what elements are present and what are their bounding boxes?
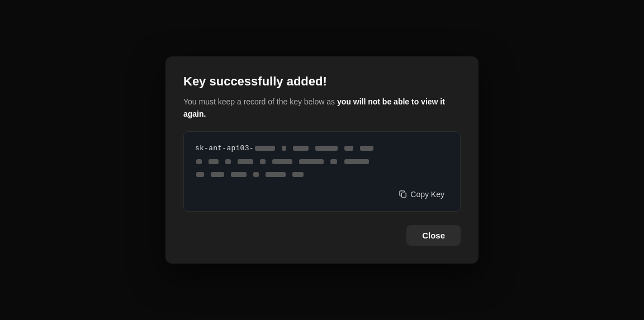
copy-key-button[interactable]: Copy Key <box>395 188 449 201</box>
key-redacted-14 <box>330 159 337 164</box>
key-redacted-4 <box>315 146 338 151</box>
key-redacted-19 <box>253 172 259 177</box>
key-redacted-16 <box>196 172 204 177</box>
svg-rect-0 <box>402 193 406 198</box>
copy-key-label: Copy Key <box>410 190 444 199</box>
key-redacted-20 <box>266 172 286 177</box>
description-text-plain: You must keep a record of the key below … <box>183 97 337 106</box>
key-redacted-9 <box>225 159 231 164</box>
key-redacted-7 <box>196 159 202 164</box>
key-redacted-10 <box>238 159 253 164</box>
copy-icon <box>399 190 407 198</box>
key-redacted-18 <box>231 172 247 177</box>
api-key-box: sk-ant-api03- <box>183 131 461 212</box>
key-redacted-8 <box>209 159 219 164</box>
copy-key-row: Copy Key <box>195 188 449 201</box>
key-redacted-3 <box>293 146 309 151</box>
key-redacted-13 <box>299 159 324 164</box>
modal-footer: Close <box>183 225 461 246</box>
key-redacted-5 <box>344 146 353 151</box>
api-key-text: sk-ant-api03- <box>195 142 449 181</box>
modal-overlay: Key successfully added! You must keep a … <box>0 0 644 320</box>
key-redacted-1 <box>255 146 275 151</box>
key-redacted-21 <box>292 172 304 177</box>
key-redacted-2 <box>282 146 286 151</box>
key-redacted-11 <box>260 159 266 164</box>
modal-description: You must keep a record of the key below … <box>183 95 461 121</box>
dialog: Key successfully added! You must keep a … <box>165 56 479 264</box>
key-redacted-15 <box>344 159 369 164</box>
key-redacted-6 <box>360 146 373 151</box>
key-prefix: sk-ant-api03- <box>195 144 254 152</box>
key-redacted-17 <box>211 172 224 177</box>
close-button[interactable]: Close <box>406 225 461 246</box>
key-redacted-12 <box>272 159 292 164</box>
modal-title: Key successfully added! <box>183 74 461 89</box>
